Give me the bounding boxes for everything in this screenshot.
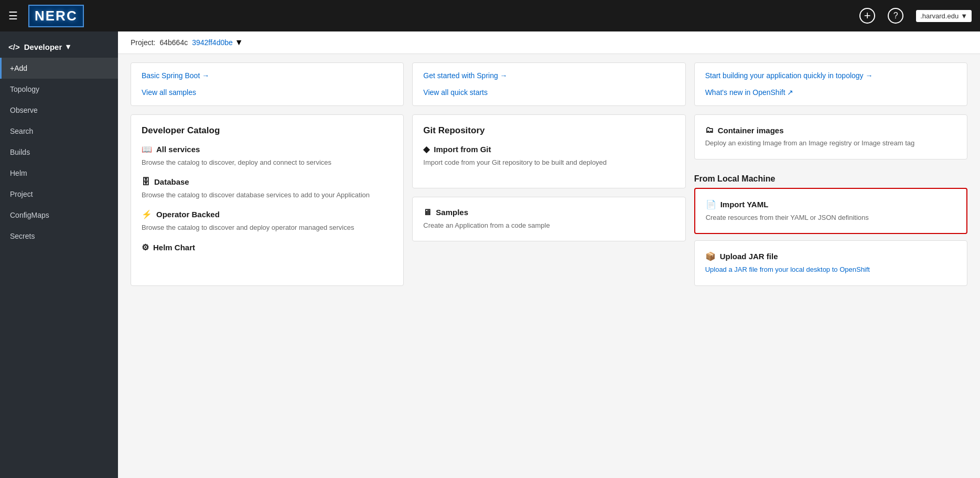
container-images-card[interactable]: 🗂 Container images Deploy an existing Im…	[694, 114, 967, 160]
sidebar: </> Developer ▾ +Add Topology Observe Se…	[0, 31, 118, 478]
database-desc: Browse the catalog to discover database …	[142, 190, 393, 200]
middle-column: Git Repository ◆ Import from Git Import …	[412, 114, 685, 286]
sidebar-item-project-label: Project	[10, 190, 33, 198]
upload-jar-desc: Upload a JAR file from your local deskto…	[705, 264, 956, 275]
sidebar-item-helm[interactable]: Helm	[0, 163, 118, 184]
sidebar-item-search[interactable]: Search	[0, 121, 118, 142]
user-label: .harvard.edu	[920, 12, 959, 20]
sidebar-item-builds-label: Builds	[10, 148, 30, 156]
user-dropdown-icon: ▼	[961, 12, 967, 20]
git-repository-title: Git Repository	[423, 125, 674, 136]
developer-catalog-title: Developer Catalog	[142, 125, 393, 136]
container-images-desc: Deploy an existing Image from an Image r…	[705, 138, 956, 148]
sidebar-item-configmaps[interactable]: ConfigMaps	[0, 205, 118, 226]
operator-backed-desc: Browse the catalog to discover and deplo…	[142, 222, 393, 233]
operator-backed-title: ⚡ Operator Backed	[142, 209, 393, 219]
operator-backed-item[interactable]: ⚡ Operator Backed Browse the catalog to …	[142, 209, 393, 233]
role-selector[interactable]: </> Developer ▾	[0, 36, 118, 58]
logo-text: NERC	[35, 8, 78, 24]
import-yaml-title: 📄 Import YAML	[706, 199, 956, 209]
sidebar-item-configmaps-label: ConfigMaps	[10, 211, 49, 219]
add-button[interactable]: +	[859, 8, 875, 24]
top-navigation: ☰ NERC + ? .harvard.edu ▼	[0, 0, 980, 31]
get-started-spring-link[interactable]: Get started with Spring →	[423, 71, 674, 80]
sidebar-item-add-label: +Add	[10, 64, 27, 72]
developer-catalog-card: Developer Catalog 📖 All services Browse …	[131, 114, 404, 286]
import-yaml-card[interactable]: 📄 Import YAML Create resources from thei…	[694, 188, 967, 235]
sidebar-item-add[interactable]: +Add	[0, 58, 118, 79]
git-icon: ◆	[423, 144, 429, 154]
all-services-desc: Browse the catalog to discover, deploy a…	[142, 157, 393, 168]
sidebar-item-topology[interactable]: Topology	[0, 79, 118, 100]
helm-chart-item[interactable]: ⚙ Helm Chart	[142, 242, 393, 252]
upload-jar-card[interactable]: 📦 Upload JAR file Upload a JAR file from…	[694, 240, 967, 286]
from-local-machine-title: From Local Machine	[694, 168, 967, 188]
sidebar-item-observe-label: Observe	[10, 106, 38, 114]
sidebar-item-secrets-label: Secrets	[10, 232, 35, 240]
quick-starts-top-card: Get started with Spring → View all quick…	[412, 62, 685, 106]
project-label: Project:	[131, 38, 155, 47]
basic-spring-boot-link[interactable]: Basic Spring Boot →	[142, 71, 393, 80]
view-all-samples-link[interactable]: View all samples	[142, 88, 196, 97]
database-item[interactable]: 🗄 Database Browse the catalog to discove…	[142, 177, 393, 200]
from-local-machine-section: From Local Machine 📄 Import YAML Create …	[694, 168, 967, 286]
right-column: 🗂 Container images Deploy an existing Im…	[694, 114, 967, 286]
all-services-item[interactable]: 📖 All services Browse the catalog to dis…	[142, 144, 393, 168]
samples-icon: 🖥	[423, 208, 432, 217]
container-images-title: 🗂 Container images	[705, 125, 956, 135]
sidebar-item-observe[interactable]: Observe	[0, 100, 118, 121]
sidebar-item-topology-label: Topology	[10, 85, 39, 93]
top-cards-row: Basic Spring Boot → View all samples Get…	[131, 62, 967, 106]
view-all-quick-starts-link[interactable]: View all quick starts	[423, 88, 488, 97]
whats-new-openshift-link[interactable]: What's new in OpenShift ↗	[705, 88, 794, 97]
helm-chart-title: ⚙ Helm Chart	[142, 242, 393, 252]
samples-top-card: Basic Spring Boot → View all samples	[131, 62, 404, 106]
sidebar-item-search-label: Search	[10, 127, 33, 135]
hamburger-menu-icon[interactable]: ☰	[8, 9, 18, 22]
database-title: 🗄 Database	[142, 177, 393, 187]
samples-desc: Create an Application from a code sample	[423, 220, 674, 231]
logo: NERC	[28, 5, 84, 27]
content-area: Basic Spring Boot → View all samples Get…	[118, 54, 980, 294]
yaml-icon: 📄	[706, 199, 716, 209]
book-icon: 📖	[142, 144, 152, 154]
import-yaml-desc: Create resources from their YAML or JSON…	[706, 213, 956, 223]
role-icon: </>	[8, 43, 20, 51]
project-dropdown[interactable]: 3942ff4d0be ▼	[192, 38, 243, 47]
upload-jar-title: 📦 Upload JAR file	[705, 251, 956, 261]
project-dropdown-arrow-icon: ▼	[235, 38, 243, 47]
jar-icon: 📦	[705, 251, 716, 261]
start-building-link[interactable]: Start building your application quickly …	[705, 71, 956, 80]
samples-card[interactable]: 🖥 Samples Create an Application from a c…	[412, 197, 685, 242]
project-bar: Project: 64b664c 3942ff4d0be ▼	[118, 31, 980, 54]
sidebar-item-builds[interactable]: Builds	[0, 142, 118, 163]
project-id: 64b664c	[159, 38, 188, 47]
role-chevron-icon: ▾	[66, 42, 70, 51]
project-hash: 3942ff4d0be	[192, 38, 233, 47]
all-services-title: 📖 All services	[142, 144, 393, 154]
main-content: Project: 64b664c 3942ff4d0be ▼ Basic Spr…	[118, 31, 980, 478]
import-from-git-item[interactable]: ◆ Import from Git Import code from your …	[423, 144, 674, 168]
openshift-top-card: Start building your application quickly …	[694, 62, 967, 106]
database-icon: 🗄	[142, 177, 150, 187]
import-from-git-desc: Import code from your Git repository to …	[423, 157, 674, 168]
sidebar-item-project[interactable]: Project	[0, 184, 118, 205]
role-label: Developer	[24, 43, 62, 51]
samples-title: 🖥 Samples	[423, 208, 674, 217]
container-icon: 🗂	[705, 125, 714, 135]
app-container: </> Developer ▾ +Add Topology Observe Se…	[0, 31, 980, 478]
sidebar-item-secrets[interactable]: Secrets	[0, 226, 118, 247]
help-button[interactable]: ?	[888, 8, 903, 24]
bolt-icon: ⚡	[142, 209, 152, 219]
user-menu[interactable]: .harvard.edu ▼	[916, 10, 972, 22]
import-from-git-title: ◆ Import from Git	[423, 144, 674, 154]
sidebar-item-helm-label: Helm	[10, 169, 27, 177]
main-cards-grid: Developer Catalog 📖 All services Browse …	[131, 114, 967, 286]
helm-icon: ⚙	[142, 242, 149, 252]
git-repository-card: Git Repository ◆ Import from Git Import …	[412, 114, 685, 188]
